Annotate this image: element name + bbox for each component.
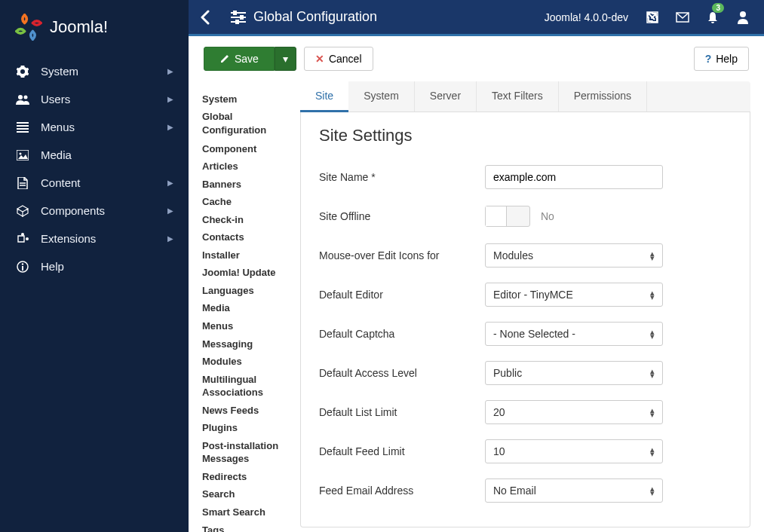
page-title: Global Configuration [253,9,377,25]
gear-icon [15,66,30,78]
updown-icon: ▴▾ [650,251,655,260]
sidebar-item-media[interactable]: Media [0,141,189,169]
tab-site[interactable]: Site [300,81,348,112]
chevron-right-icon: ▶ [167,95,173,103]
sidebar-item-users[interactable]: Users▶ [0,85,189,113]
default-access-value: Public [493,367,522,379]
svg-point-1 [24,95,28,99]
svg-point-23 [740,11,746,17]
updown-icon: ▴▾ [650,329,655,338]
component-list-item[interactable]: Global Configuration [202,108,287,139]
field-label-mouseover: Mouse-over Edit Icons for [319,249,485,261]
component-list-item[interactable]: Contacts [202,228,287,246]
bell-icon[interactable]: 3 [698,0,728,35]
save-button[interactable]: Save [204,47,275,71]
component-list-item[interactable]: Media [202,299,287,317]
chevron-right-icon: ▶ [167,206,173,215]
question-icon: ? [705,53,712,65]
default-access-select[interactable]: Public ▴▾ [485,361,663,385]
edit-icon [219,54,230,64]
feed-email-value: No Email [493,485,536,497]
svg-point-10 [21,233,24,236]
svg-rect-4 [17,128,29,130]
tab-permissions[interactable]: Permissions [559,81,647,112]
component-list-item[interactable]: Installer [202,246,287,264]
sidebar-item-label: System [41,65,167,78]
site-name-input[interactable] [485,165,663,189]
sidebar-item-menus[interactable]: Menus▶ [0,113,189,141]
site-offline-toggle[interactable] [485,206,530,227]
user-icon[interactable] [728,0,758,35]
cancel-button[interactable]: ✕ Cancel [304,47,373,71]
main-sidebar: Joomla! System▶Users▶Menus▶MediaContent▶… [0,0,189,532]
mouseover-select[interactable]: Modules ▴▾ [485,243,663,268]
list-icon [15,122,30,133]
default-captcha-select[interactable]: - None Selected - ▴▾ [485,322,663,346]
external-link-icon[interactable] [637,0,667,35]
component-list-item[interactable]: Multilingual Associations [202,371,287,402]
svg-point-11 [26,237,29,240]
default-editor-value: Editor - TinyMCE [493,289,573,301]
sliders-icon [231,11,246,24]
component-list-item[interactable]: Post-installation Messages [202,437,287,468]
sidebar-item-extensions[interactable]: Extensions▶ [0,225,189,252]
back-button[interactable] [189,0,222,35]
default-feed-limit-select[interactable]: 10 ▴▾ [485,439,663,463]
default-list-limit-select[interactable]: 20 ▴▾ [485,400,663,424]
sidebar-item-system[interactable]: System▶ [0,57,189,85]
component-list-item[interactable]: Joomla! Update [202,264,287,282]
sidebar-item-components[interactable]: Components▶ [0,197,189,225]
svg-rect-5 [17,131,29,133]
default-editor-select[interactable]: Editor - TinyMCE ▴▾ [485,283,663,307]
help-button[interactable]: ? Help [694,47,749,71]
tab-system[interactable]: System [348,81,415,112]
updown-icon: ▴▾ [650,486,655,495]
updown-icon: ▴▾ [650,290,655,299]
field-label-default-list-limit: Default List Limit [319,406,485,418]
component-list-item[interactable]: Cache [202,193,287,211]
svg-point-0 [18,95,23,99]
component-list-item[interactable]: Search [202,485,287,503]
image-icon [15,150,30,161]
tab-text-filters[interactable]: Text Filters [477,81,559,112]
feed-email-select[interactable]: No Email ▴▾ [485,478,663,503]
component-list-item[interactable]: Modules [202,353,287,371]
version-label[interactable]: Joomla! 4.0.0-dev [545,11,628,23]
sidebar-item-help[interactable]: Help [0,252,189,280]
component-list-item[interactable]: Check-in [202,211,287,229]
brand-logo[interactable]: Joomla! [0,0,189,57]
component-list-heading-component: Component [202,143,287,154]
component-list-item[interactable]: Articles [202,157,287,176]
svg-rect-20 [236,20,238,23]
close-icon: ✕ [315,53,324,65]
svg-rect-19 [241,16,243,19]
chevron-right-icon: ▶ [167,179,173,187]
config-tabs: SiteSystemServerText FiltersPermissions [300,81,750,112]
component-list-item[interactable]: Languages [202,282,287,300]
component-list-item[interactable]: Smart Search [202,503,287,521]
topbar: Global Configuration Joomla! 4.0.0-dev 3 [189,0,764,36]
component-list-item[interactable]: Messaging [202,335,287,353]
brand-name: Joomla! [50,17,108,37]
field-label-default-access: Default Access Level [319,367,485,379]
field-label-default-feed-limit: Default Feed Limit [319,445,485,457]
users-icon [15,94,30,105]
sidebar-item-label: Extensions [41,232,167,245]
sidebar-item-content[interactable]: Content▶ [0,169,189,197]
updown-icon: ▴▾ [650,368,655,378]
component-list-item[interactable]: Banners [202,176,287,194]
updown-icon: ▴▾ [650,447,655,456]
field-label-default-captcha: Default Captcha [319,328,485,340]
component-list-item[interactable]: Menus [202,317,287,335]
tab-server[interactable]: Server [415,81,477,112]
component-list-item[interactable]: Plugins [202,419,287,437]
field-label-site-name: Site Name * [319,171,485,183]
mail-icon[interactable] [667,0,698,35]
site-offline-value: No [541,210,554,222]
component-list-item[interactable]: Redirects [202,468,287,486]
settings-panel: Site Settings Site Name * Site Offline [300,112,750,527]
component-list-item[interactable]: News Feeds [202,402,287,420]
component-list-item[interactable]: Tags [202,521,287,532]
svg-point-7 [20,152,22,154]
save-dropdown-button[interactable]: ▾ [275,47,296,71]
